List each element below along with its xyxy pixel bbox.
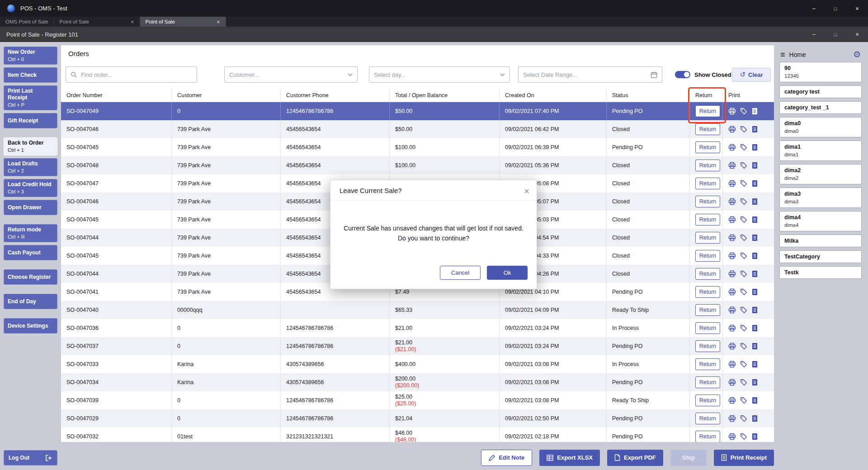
return-button[interactable]: Return xyxy=(695,431,720,442)
ship-button[interactable]: Ship xyxy=(670,450,707,466)
show-closed-toggle[interactable]: Show Closed xyxy=(675,71,731,78)
dialog-close-icon[interactable]: × xyxy=(524,187,529,196)
return-button[interactable]: Return xyxy=(695,322,720,334)
date-range-picker[interactable]: Select Date Range... xyxy=(518,66,662,83)
inner-minimize-button[interactable]: − xyxy=(803,27,825,42)
tag-icon[interactable] xyxy=(740,216,747,223)
inner-close-button[interactable]: × xyxy=(846,27,868,42)
sidebar-item-open-drawer[interactable]: Open Drawer xyxy=(4,200,57,215)
print-icon[interactable] xyxy=(728,144,736,151)
tag-icon[interactable] xyxy=(740,343,747,350)
print-icon[interactable] xyxy=(728,361,736,368)
receipt-icon[interactable] xyxy=(751,126,758,133)
sidebar-item-load-credit-hold[interactable]: Load Credit Hold Ctrl + 3 xyxy=(4,179,57,197)
receipt-icon[interactable] xyxy=(751,343,758,350)
sidebar-item-load-drafts[interactable]: Load Drafts Ctrl + 2 xyxy=(4,158,57,176)
print-icon[interactable] xyxy=(728,379,736,386)
table-row[interactable]: SO-0047033 Karina 430574389656 $400.00 0… xyxy=(61,355,774,373)
sidebar-item-cash-payout[interactable]: Cash Payout xyxy=(4,245,57,260)
print-icon[interactable] xyxy=(728,234,736,241)
cancel-button[interactable]: Cancel xyxy=(440,266,481,280)
tag-icon[interactable] xyxy=(740,324,747,332)
return-button[interactable]: Return xyxy=(695,358,720,370)
sidebar-item-back-to-order[interactable]: Back to Order Ctrl + 1 xyxy=(4,137,57,155)
category-dima4[interactable]: dima4 dima4 xyxy=(779,211,862,231)
customer-dropdown[interactable]: Customer... xyxy=(224,66,358,83)
category-dima1[interactable]: dima1 dima1 xyxy=(779,141,862,161)
tab-3-point-of-sale[interactable]: Point of Sale × xyxy=(140,17,226,27)
table-row[interactable]: SO-0047040 00000qqq $65.33 09/02/2021 04… xyxy=(61,301,774,319)
print-icon[interactable] xyxy=(728,162,736,169)
ok-button[interactable]: Ok xyxy=(487,266,528,280)
inner-restore-button[interactable]: □ xyxy=(825,27,846,42)
print-icon[interactable] xyxy=(728,216,736,223)
print-icon[interactable] xyxy=(728,270,736,277)
sidebar-item-end-of-day[interactable]: End of Day xyxy=(4,294,57,309)
tag-icon[interactable] xyxy=(740,306,747,314)
return-button[interactable]: Return xyxy=(695,123,720,135)
receipt-icon[interactable] xyxy=(751,216,758,223)
return-button[interactable]: Return xyxy=(695,340,720,352)
tab-2-point-of-sale[interactable]: Point of Sale × xyxy=(54,17,140,27)
column-customer-phone[interactable]: Customer Phone xyxy=(281,89,390,102)
tab-1-oms-point-of-sale[interactable]: OMS Point of Sale xyxy=(0,17,54,27)
clear-filters-button[interactable]: ↺ Clear xyxy=(732,68,771,82)
table-row[interactable]: SO-0047048 739 Park Ave 45456543654 $100… xyxy=(61,156,774,174)
print-icon[interactable] xyxy=(728,433,736,440)
sidebar-item-choose-register[interactable]: Choose Register xyxy=(4,269,57,285)
sidebar-item-device-settings[interactable]: Device Settings xyxy=(4,318,57,334)
category-dima3[interactable]: dima3 dima3 xyxy=(779,188,862,208)
category-milka[interactable]: Milka xyxy=(779,235,862,247)
category-category-test[interactable]: category test xyxy=(779,85,862,98)
print-icon[interactable] xyxy=(728,108,736,115)
tag-icon[interactable] xyxy=(740,288,747,296)
receipt-icon[interactable] xyxy=(751,379,758,386)
return-button[interactable]: Return xyxy=(695,268,720,280)
tag-icon[interactable] xyxy=(740,433,747,440)
table-row[interactable]: SO-0047034 Karina 430574389656 $200.00 (… xyxy=(61,373,774,391)
print-icon[interactable] xyxy=(728,397,736,404)
receipt-icon[interactable] xyxy=(751,198,758,205)
table-row[interactable]: SO-0047036 0 124546786786786 $21.00 09/0… xyxy=(61,319,774,337)
print-icon[interactable] xyxy=(728,415,736,422)
return-button[interactable]: Return xyxy=(695,214,720,226)
export-xlsx-button[interactable]: Export XLSX xyxy=(539,450,600,466)
receipt-icon[interactable] xyxy=(751,270,758,277)
toggle-switch[interactable] xyxy=(675,71,690,78)
print-icon[interactable] xyxy=(728,126,736,133)
tag-icon[interactable] xyxy=(740,270,747,277)
tag-icon[interactable] xyxy=(740,415,747,422)
hamburger-menu-icon[interactable]: ≡ xyxy=(780,51,785,59)
receipt-icon[interactable] xyxy=(751,433,758,440)
receipt-icon[interactable] xyxy=(751,252,758,259)
category-90[interactable]: 90 12345 xyxy=(779,62,862,82)
tag-icon[interactable] xyxy=(740,397,747,404)
sidebar-item-item-check[interactable]: Item Check xyxy=(4,67,57,83)
print-icon[interactable] xyxy=(728,252,736,259)
receipt-icon[interactable] xyxy=(751,180,758,187)
return-button[interactable]: Return xyxy=(695,232,720,244)
tag-icon[interactable] xyxy=(740,144,747,151)
receipt-icon[interactable] xyxy=(751,288,758,296)
maximize-button[interactable]: □ xyxy=(825,0,846,17)
tag-icon[interactable] xyxy=(740,126,747,133)
table-row[interactable]: SO-0047037 0 124546786786786 $21.00 ($21… xyxy=(61,337,774,355)
table-row[interactable]: SO-0047032 01test 321231321321321 $46.00… xyxy=(61,428,774,442)
tag-icon[interactable] xyxy=(740,252,747,259)
gear-icon[interactable]: ⚙ xyxy=(853,50,861,59)
print-icon[interactable] xyxy=(728,324,736,332)
column-return[interactable]: Return xyxy=(690,89,723,102)
tag-icon[interactable] xyxy=(740,379,747,386)
log-out-button[interactable]: Log Out xyxy=(4,450,57,465)
receipt-icon[interactable] xyxy=(751,397,758,404)
return-button[interactable]: Return xyxy=(695,250,720,262)
print-icon[interactable] xyxy=(728,180,736,187)
tag-icon[interactable] xyxy=(740,108,747,115)
category-dima2[interactable]: dima2 dima2 xyxy=(779,164,862,184)
category-category-test-1[interactable]: category_test _1 xyxy=(779,101,862,114)
category-dima0[interactable]: dima0 dima0 xyxy=(779,117,862,137)
return-button[interactable]: Return xyxy=(695,413,720,424)
tag-icon[interactable] xyxy=(740,234,747,241)
column-total-open-balance[interactable]: Total / Open Balance xyxy=(390,89,500,102)
edit-note-button[interactable]: Edit Note xyxy=(481,450,532,466)
